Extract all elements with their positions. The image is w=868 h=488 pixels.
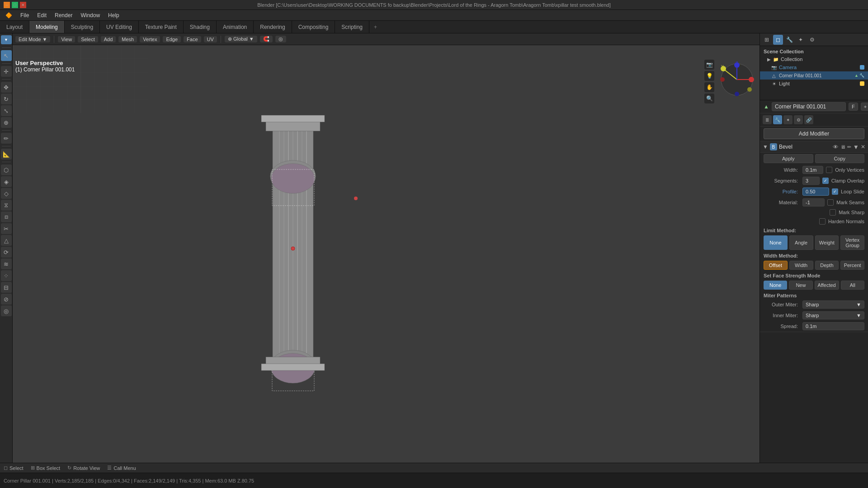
only-vertices-checkbox[interactable]: [826, 167, 832, 173]
menu-edit[interactable]: Edit: [33, 11, 50, 19]
face-menu[interactable]: Face: [184, 36, 201, 42]
knife-tool[interactable]: ✂: [1, 223, 12, 234]
rp-physics-icon[interactable]: ⚙: [807, 35, 817, 45]
rp-scene-icon[interactable]: ⊞: [762, 35, 772, 45]
minimize-button[interactable]: –: [4, 2, 10, 8]
tab-layout[interactable]: Layout: [0, 21, 29, 33]
face-new-button[interactable]: New: [789, 281, 812, 290]
width-value[interactable]: 0.1m: [802, 166, 823, 174]
bevel-tool[interactable]: ◇: [1, 188, 12, 199]
limit-weight-button[interactable]: Weight: [815, 235, 839, 250]
tab-animation[interactable]: Animation: [217, 21, 254, 33]
outer-miter-dropdown[interactable]: Sharp ▼: [802, 300, 864, 309]
modifier-options-button[interactable]: ▼: [853, 144, 859, 150]
menu-help[interactable]: Help: [104, 11, 123, 19]
viewport-cameras-icon[interactable]: 📷: [704, 60, 714, 70]
vertex-menu[interactable]: Vertex: [140, 36, 160, 42]
ol-item-corner-pillar[interactable]: △ Corner Pillar 001.001 ▲ 🔧: [760, 71, 868, 80]
loop-cut-tool[interactable]: ⧖: [1, 200, 12, 211]
viewport-canvas[interactable]: User Perspective (1) Corner Pillar 001.0…: [13, 45, 760, 463]
viewport-hand-icon[interactable]: ✋: [704, 82, 714, 92]
add-modifier-button[interactable]: Add Modifier: [764, 128, 864, 139]
rp-particles-icon[interactable]: ✦: [796, 35, 806, 45]
ol-item-collection[interactable]: ▶ 📁 Collection: [760, 55, 868, 63]
modifier-close-button[interactable]: ✕: [861, 144, 865, 150]
width-depth-button[interactable]: Depth: [815, 261, 839, 270]
loop-slide-checkbox[interactable]: ✓: [832, 188, 838, 195]
width-percent-button[interactable]: Percent: [840, 261, 864, 270]
annotate-tool[interactable]: ✏: [1, 133, 12, 144]
shear-tool[interactable]: ⊘: [1, 294, 12, 305]
tab-compositing[interactable]: Compositing: [292, 21, 335, 33]
segments-value[interactable]: 3: [802, 177, 820, 185]
width-offset-button[interactable]: Offset: [764, 261, 788, 270]
menu-window[interactable]: Window: [77, 11, 104, 19]
face-all-button[interactable]: All: [841, 281, 864, 290]
modifier-render-button[interactable]: 🖥: [840, 144, 845, 150]
proportional-edit[interactable]: ◎: [275, 36, 286, 42]
mod-icon-4[interactable]: ⚙: [794, 115, 803, 124]
transform-orientation[interactable]: ⊕ Global ▼: [225, 36, 257, 42]
menu-file[interactable]: File: [17, 11, 33, 19]
face-affected-button[interactable]: Affected: [815, 281, 839, 290]
mod-icon-2[interactable]: 🔧: [773, 115, 782, 124]
width-width-button[interactable]: Width: [789, 261, 813, 270]
modifier-collapse[interactable]: ▼: [763, 144, 768, 150]
randomize-tool[interactable]: ⁘: [1, 270, 12, 281]
rotate-tool[interactable]: ↻: [1, 94, 12, 104]
mod-icon-3[interactable]: ✦: [783, 115, 793, 124]
fake-user-button[interactable]: F: [849, 103, 858, 111]
mark-seams-checkbox[interactable]: [827, 199, 834, 206]
cursor-tool[interactable]: ✛: [1, 66, 12, 77]
menu-blender[interactable]: 🔶: [2, 11, 16, 19]
tab-sculpting[interactable]: Sculpting: [65, 21, 100, 33]
copy-button[interactable]: Copy: [815, 154, 865, 163]
limit-none-button[interactable]: None: [764, 235, 788, 250]
new-datablock-button[interactable]: +: [861, 103, 868, 111]
harden-normals-checkbox[interactable]: [819, 218, 826, 225]
profile-value[interactable]: 0.50: [802, 188, 829, 196]
maximize-button[interactable]: □: [12, 2, 18, 8]
mod-icon-1[interactable]: ≣: [763, 115, 772, 124]
limit-vertex-group-button[interactable]: Vertex Group: [840, 235, 864, 250]
tab-rendering[interactable]: Rendering: [254, 21, 292, 33]
transform-tool[interactable]: ⊕: [1, 117, 12, 128]
tab-scripting[interactable]: Scripting: [335, 21, 369, 33]
limit-angle-button[interactable]: Angle: [789, 235, 813, 250]
edit-mode-button[interactable]: Edit Mode ▼: [15, 36, 50, 42]
mod-icon-5[interactable]: 🔗: [804, 115, 813, 124]
ol-item-light[interactable]: ☀ Light: [760, 80, 868, 88]
add-menu[interactable]: Add: [101, 36, 116, 42]
offset-edge-tool[interactable]: ⧈: [1, 211, 12, 222]
tab-modeling[interactable]: Modeling: [29, 21, 65, 33]
inner-miter-dropdown[interactable]: Sharp ▼: [802, 311, 864, 319]
tab-shading[interactable]: Shading: [184, 21, 217, 33]
ol-item-camera[interactable]: 📷 Camera: [760, 63, 868, 71]
poly-build-tool[interactable]: △: [1, 235, 12, 246]
scale-tool[interactable]: ⤡: [1, 105, 12, 116]
apply-button[interactable]: Apply: [764, 154, 813, 163]
extrude-tool[interactable]: ⬡: [1, 164, 12, 175]
edge-menu[interactable]: Edge: [163, 36, 181, 42]
clamp-overlap-checkbox[interactable]: ✓: [822, 178, 829, 184]
modifier-eye-button[interactable]: 👁: [833, 144, 839, 150]
view-menu[interactable]: View: [58, 36, 75, 42]
tab-texture-paint[interactable]: Texture Paint: [139, 21, 184, 33]
material-value[interactable]: -1: [802, 198, 825, 206]
mark-sharp-checkbox[interactable]: [830, 209, 836, 216]
object-name-input[interactable]: [772, 102, 846, 111]
mode-selector[interactable]: ▼: [1, 35, 12, 44]
modifier-edit-button[interactable]: ✏: [847, 144, 851, 150]
select-menu[interactable]: Select: [78, 36, 98, 42]
spread-value[interactable]: 0.1m: [802, 322, 864, 330]
measure-tool[interactable]: 📐: [1, 149, 12, 160]
viewport-lights-icon[interactable]: 💡: [704, 71, 714, 81]
snap-toggle[interactable]: 🧲: [260, 36, 273, 42]
smooth-tool[interactable]: ≋: [1, 258, 12, 269]
sphere-tool[interactable]: ◎: [1, 305, 12, 316]
viewport-zoom-icon[interactable]: 🔍: [704, 94, 714, 103]
add-workspace-button[interactable]: +: [369, 21, 382, 33]
edge-slide-tool[interactable]: ⊟: [1, 282, 12, 293]
move-tool[interactable]: ✥: [1, 82, 12, 93]
rp-modifier-icon[interactable]: 🔧: [784, 35, 794, 45]
